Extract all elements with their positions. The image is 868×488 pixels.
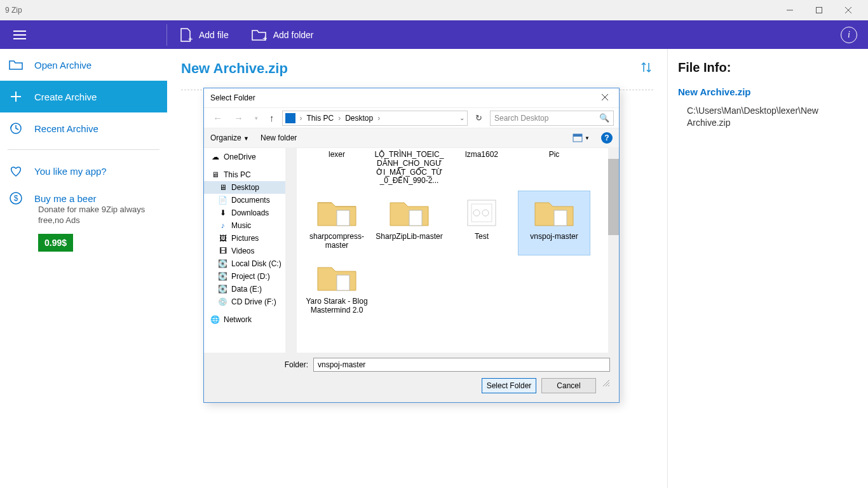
sidebar-item-open[interactable]: Open Archive: [0, 49, 167, 81]
chevron-right-icon: ›: [298, 114, 304, 123]
folder-icon: [314, 193, 360, 230]
svg-rect-16: [573, 134, 582, 137]
dialog-nav-bar: ← → ▾ ↑ › This PC › Desktop › ⌄ ↻ Search…: [204, 107, 619, 128]
breadcrumb-root[interactable]: This PC: [307, 114, 334, 123]
breadcrumb-dropdown[interactable]: ⌄: [459, 114, 465, 121]
folder-item-sharp[interactable]: sharpcompress-master: [301, 191, 373, 255]
file-list: lexer LỘ_TRÌNH_TOEIC_DÀNH_CHO_NGƯỜI_MẤT_…: [297, 148, 619, 353]
close-button[interactable]: [834, 0, 863, 20]
info-button[interactable]: i: [836, 22, 862, 48]
sidebar-create-label: Create Archive: [34, 92, 97, 102]
folder-icon: [459, 193, 505, 230]
onedrive-icon: ☁: [210, 152, 220, 161]
add-file-label: Add file: [199, 30, 229, 40]
search-icon: 🔍: [599, 113, 609, 123]
folder-item-toeic[interactable]: LỘ_TRÌNH_TOEIC_DÀNH_CHO_NGƯỜI_MẤT_GỐC_TỪ…: [373, 151, 445, 191]
folder-icon: [386, 193, 432, 230]
heart-icon: [9, 164, 23, 178]
tree-thispc[interactable]: 🖥This PC: [204, 168, 296, 181]
folder-plus-icon: +: [252, 29, 267, 41]
sidebar-item-like[interactable]: You like my app?: [0, 155, 167, 187]
tree-scrollbar[interactable]: [285, 148, 296, 353]
select-folder-dialog: Select Folder ← → ▾ ↑ › This PC › Deskto…: [203, 88, 620, 403]
help-button[interactable]: ?: [601, 132, 613, 144]
folder-name-input[interactable]: [313, 358, 610, 372]
price-badge[interactable]: 0.99$: [38, 234, 73, 252]
refresh-button[interactable]: ↻: [471, 113, 486, 123]
chevron-right-icon: ›: [336, 114, 342, 123]
pictures-icon: 🖼: [218, 234, 227, 243]
cd-icon: 💿: [218, 297, 227, 306]
tree-desktop[interactable]: 🖥Desktop: [204, 181, 296, 194]
open-archive-icon: [9, 58, 23, 72]
tree-music[interactable]: ♪Music: [204, 219, 296, 232]
recent-icon: [9, 121, 23, 135]
tree-localc[interactable]: 💽Local Disk (C:): [204, 257, 296, 270]
maximize-button[interactable]: [804, 0, 834, 20]
nav-forward-button[interactable]: →: [230, 112, 247, 123]
select-folder-button[interactable]: Select Folder: [482, 378, 536, 393]
app-sidebar: Open Archive Create Archive Recent Archi…: [0, 49, 167, 488]
resize-grip[interactable]: [601, 378, 610, 387]
svg-text:+: +: [262, 34, 267, 41]
folder-item-lexer[interactable]: lexer: [301, 151, 373, 191]
sidebar-item-create[interactable]: Create Archive: [0, 81, 167, 112]
chevron-right-icon: ›: [376, 114, 382, 123]
this-pc-icon: [285, 113, 295, 123]
cancel-button[interactable]: Cancel: [541, 378, 596, 393]
organize-button[interactable]: Organize ▼: [210, 133, 249, 142]
tree-videos[interactable]: 🎞Videos: [204, 245, 296, 257]
folder-item-pic[interactable]: Pic: [518, 151, 590, 191]
nav-back-button[interactable]: ←: [209, 112, 226, 123]
minimize-button[interactable]: [775, 0, 804, 20]
folder-item-sharpzip[interactable]: SharpZipLib-master: [373, 191, 445, 255]
chevron-down-icon: ▼: [243, 135, 249, 142]
svg-text:+: +: [188, 34, 193, 42]
sort-button[interactable]: [639, 60, 653, 78]
folder-icon: [314, 258, 360, 295]
svg-rect-23: [554, 210, 567, 226]
documents-icon: 📄: [218, 196, 227, 205]
folder-input-label: Folder:: [213, 360, 308, 369]
tree-projectd[interactable]: 💽Project (D:): [204, 270, 296, 283]
dialog-body: ☁OneDrive 🖥This PC 🖥Desktop 📄Documents ⬇…: [204, 148, 619, 353]
folder-tree: ☁OneDrive 🖥This PC 🖥Desktop 📄Documents ⬇…: [204, 148, 297, 353]
hamburger-icon[interactable]: [0, 20, 39, 49]
sort-icon: [639, 60, 653, 74]
files-scrollbar[interactable]: [608, 148, 619, 353]
window-controls: [775, 0, 863, 20]
dialog-close-button[interactable]: [597, 92, 613, 104]
tree-downloads[interactable]: ⬇Downloads: [204, 207, 296, 219]
network-icon: 🌐: [210, 315, 220, 324]
add-folder-button[interactable]: + Add folder: [240, 20, 325, 49]
nav-up-button[interactable]: ↑: [266, 112, 278, 123]
view-icon: [573, 133, 583, 142]
svg-line-27: [608, 385, 609, 386]
tree-pictures[interactable]: 🖼Pictures: [204, 232, 296, 245]
tree-documents[interactable]: 📄Documents: [204, 194, 296, 207]
view-mode-button[interactable]: ▼: [573, 133, 590, 142]
desktop-icon: 🖥: [218, 183, 227, 192]
folder-item-lzma[interactable]: lzma1602: [445, 151, 518, 191]
new-folder-button[interactable]: New folder: [261, 133, 297, 142]
search-placeholder: Search Desktop: [494, 114, 548, 123]
sidebar-item-recent[interactable]: Recent Archive: [0, 112, 167, 144]
info-icon: i: [841, 27, 857, 43]
add-file-button[interactable]: + Add file: [167, 20, 240, 49]
tree-cdf[interactable]: 💿CD Drive (F:): [204, 295, 296, 308]
nav-recent-dropdown[interactable]: ▾: [251, 115, 262, 121]
breadcrumb-current[interactable]: Desktop: [345, 114, 373, 123]
window-title: 9 Zip: [5, 6, 22, 15]
tree-onedrive[interactable]: ☁OneDrive: [204, 151, 296, 163]
tree-datae[interactable]: 💽Data (E:): [204, 283, 296, 295]
folder-item-test[interactable]: Test: [445, 191, 518, 255]
file-plus-icon: +: [179, 28, 193, 42]
tree-network[interactable]: 🌐Network: [204, 313, 296, 326]
folder-item-vnspoj[interactable]: vnspoj-master: [518, 191, 590, 255]
breadcrumb[interactable]: › This PC › Desktop › ⌄: [282, 111, 468, 126]
sidebar-open-label: Open Archive: [34, 60, 92, 71]
folder-item-yaro[interactable]: Yaro Starak - Blog Mastermind 2.0: [301, 255, 373, 320]
window-titlebar: 9 Zip: [0, 0, 868, 20]
search-input[interactable]: Search Desktop 🔍: [490, 111, 614, 126]
sidebar-donate-text: Donate for make 9Zip always free,no Ads: [0, 205, 167, 226]
